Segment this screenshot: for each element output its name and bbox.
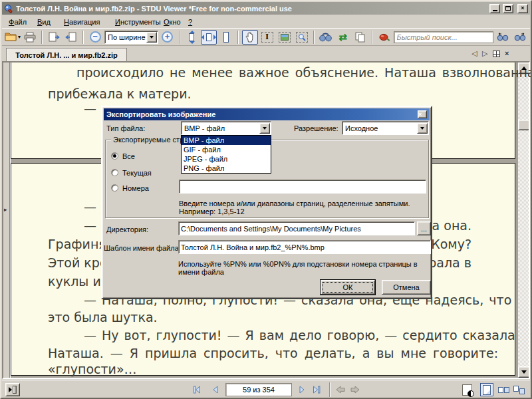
- document-tab-label: Толстой Л.Н. ... и мир.fb2.zip: [15, 51, 118, 59]
- menu-navigation[interactable]: Навигация: [63, 17, 101, 27]
- menu-help[interactable]: ?: [187, 17, 194, 27]
- fit-height-button[interactable]: [218, 30, 234, 45]
- radio-current-page[interactable]: [111, 169, 118, 176]
- toggle-sidebar-button[interactable]: [5, 383, 20, 396]
- menu-file[interactable]: Файл: [7, 17, 28, 27]
- radio-all-pages[interactable]: [111, 152, 118, 160]
- numbers-hint-line2: Например: 1,3,5-12: [179, 207, 245, 215]
- doc-line: Наташа. — Я пришла спросить, что делать,…: [48, 346, 498, 360]
- close-icon: ×: [521, 5, 524, 11]
- dialog-close-button[interactable]: ×: [418, 110, 427, 118]
- page-indicator[interactable]: 59 из 354: [225, 383, 292, 396]
- export-page-button[interactable]: [46, 30, 62, 45]
- brightness-icon: [462, 384, 472, 396]
- doc-line: —: [84, 200, 96, 214]
- zoom-in-button[interactable]: +: [160, 30, 176, 45]
- filename-template-label: Шаблон имени файла:: [104, 244, 181, 252]
- resolution-combo-arrow[interactable]: [417, 123, 428, 134]
- first-page-button[interactable]: [190, 383, 203, 396]
- fit-width-button[interactable]: [201, 30, 217, 45]
- menu-view[interactable]: Вид: [36, 17, 52, 27]
- tab-windows-icon[interactable]: [493, 51, 500, 57]
- print-button[interactable]: [22, 30, 38, 45]
- import-page-button[interactable]: [63, 30, 79, 45]
- menu-window[interactable]: Окно: [162, 17, 182, 27]
- ok-label: ОК: [343, 283, 353, 291]
- minimize-button[interactable]: [489, 4, 500, 13]
- find-next-button[interactable]: [512, 30, 528, 45]
- browse-directory-button[interactable]: ...: [417, 221, 431, 235]
- export-pages-group-label: Экспортируемые стр: [111, 136, 186, 144]
- last-page-button[interactable]: [310, 383, 323, 396]
- close-button[interactable]: ×: [517, 4, 528, 13]
- previous-page-button[interactable]: [209, 383, 222, 396]
- resolution-combo[interactable]: Исходное: [342, 121, 429, 135]
- copy-button[interactable]: [352, 30, 368, 45]
- maximize-button[interactable]: [503, 4, 513, 13]
- fit-height-icon: [222, 31, 230, 44]
- sidebar-expand-icon[interactable]: ▸: [4, 206, 7, 213]
- tab-scroll-left-icon[interactable]: ◁: [471, 49, 477, 58]
- zoom-level-combo[interactable]: По ширине: [104, 31, 158, 44]
- toolbar: ▾ − По ширине +: [2, 28, 530, 46]
- facing-pages-layout-button[interactable]: [497, 383, 510, 396]
- history-back-button[interactable]: [334, 383, 347, 396]
- hand-tool-button[interactable]: [242, 30, 258, 45]
- app-icon: [4, 4, 13, 13]
- cancel-label: Отмена: [393, 283, 419, 291]
- select-image-button[interactable]: [277, 30, 293, 45]
- doc-line: — Ну вот, глупости! — Я вам дело говорю,…: [84, 328, 515, 342]
- file-type-dropdown-list: BMP - файл GIF - файл JPEG - файл PNG - …: [181, 135, 271, 174]
- fit-page-button[interactable]: [184, 30, 200, 45]
- directory-input[interactable]: [178, 221, 415, 235]
- swap-arrows-icon: ⇄: [338, 31, 347, 43]
- tab-scroll-right-icon[interactable]: ▷: [482, 49, 487, 58]
- document-tab[interactable]: Толстой Л.Н. ... и мир.fb2.zip: [6, 48, 127, 61]
- facing-cover-layout-button[interactable]: [512, 383, 525, 396]
- select-zoom-button[interactable]: [294, 30, 310, 45]
- toolbar-separator: [313, 31, 315, 44]
- single-page-layout-button[interactable]: [480, 383, 493, 396]
- minimize-icon: [493, 10, 497, 11]
- dropdown-option-bmp[interactable]: BMP - файл: [182, 136, 271, 145]
- file-type-label: Тип файла:: [106, 124, 145, 132]
- toolbar-separator: [179, 31, 180, 44]
- tab-close-icon[interactable]: ×: [505, 49, 509, 57]
- menu-tools[interactable]: Инструменты: [114, 17, 162, 27]
- zoom-out-button[interactable]: −: [87, 30, 103, 45]
- facing-pages-icon: [498, 387, 509, 393]
- quick-search-marker-button[interactable]: [376, 30, 392, 45]
- cancel-button[interactable]: Отмена: [382, 280, 431, 295]
- find-previous-button[interactable]: [495, 30, 511, 45]
- panel-icon: [13, 386, 17, 394]
- next-page-button[interactable]: [295, 383, 309, 396]
- doc-line: —: [84, 218, 96, 233]
- scroll-down-button[interactable]: [518, 366, 530, 378]
- binoculars-icon: [319, 32, 332, 42]
- ok-button[interactable]: ОК: [321, 280, 375, 295]
- dropdown-option-png[interactable]: PNG - файл: [182, 164, 271, 173]
- zoom-combo-arrow[interactable]: [146, 32, 157, 43]
- scrollbar-thumb[interactable]: [518, 120, 530, 130]
- open-file-button[interactable]: ▾: [5, 30, 21, 45]
- radio-page-numbers[interactable]: [111, 184, 118, 192]
- brightness-button[interactable]: [460, 383, 473, 396]
- search-button[interactable]: [318, 30, 334, 45]
- file-type-combo-arrow[interactable]: [259, 123, 270, 134]
- history-forward-button[interactable]: [348, 383, 362, 396]
- dropdown-option-gif[interactable]: GIF - файл: [182, 145, 271, 154]
- radio-current-label: Текущая: [122, 169, 152, 177]
- filename-template-input[interactable]: [178, 240, 431, 254]
- page-numbers-input[interactable]: [179, 180, 426, 194]
- compare-pages-button[interactable]: ⇄: [335, 30, 351, 45]
- vertical-scrollbar[interactable]: [518, 63, 530, 378]
- menu-bar: Файл Вид Навигация Инструменты Окно ?: [2, 15, 530, 28]
- sidebar-splitter[interactable]: ▸: [3, 63, 10, 378]
- export-image-dialog: Экспортировать изображение × Тип файла: …: [101, 106, 432, 299]
- quick-search-input[interactable]: [394, 31, 493, 43]
- template-hint-line2: имени файла: [178, 268, 224, 276]
- select-text-button[interactable]: I: [259, 30, 275, 45]
- dropdown-option-jpeg[interactable]: JPEG - файл: [182, 154, 271, 164]
- file-type-combo[interactable]: BMP - файл: [181, 121, 271, 135]
- toolbar-separator: [82, 31, 84, 44]
